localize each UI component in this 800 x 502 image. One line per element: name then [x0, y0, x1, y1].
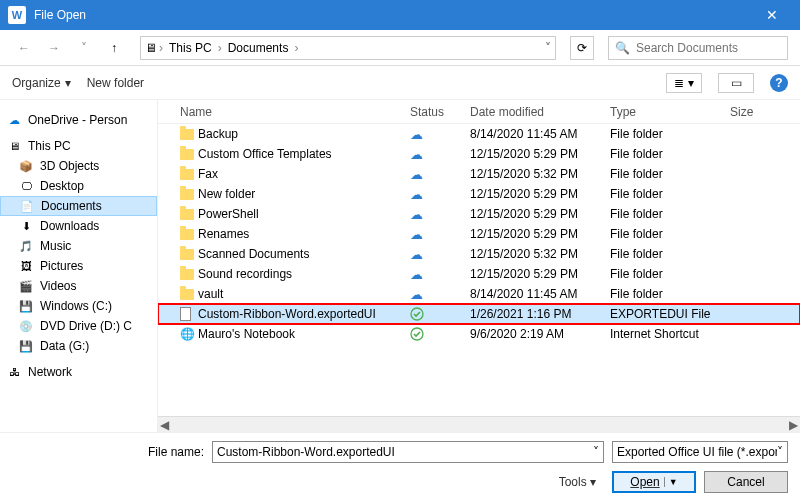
cell-date: 12/15/2020 5:29 PM [470, 207, 610, 221]
forward-button[interactable]: → [42, 36, 66, 60]
filename-field[interactable]: Custom-Ribbon-Word.exportedUI ˅ [212, 441, 604, 463]
sidebar-item-dvd-drive-d-c[interactable]: 💿DVD Drive (D:) C [0, 316, 157, 336]
preview-pane-button[interactable]: ▭ [718, 73, 754, 93]
pc-icon: 🖥 [145, 41, 157, 55]
cell-date: 12/15/2020 5:29 PM [470, 267, 610, 281]
sidebar-item-downloads[interactable]: ⬇Downloads [0, 216, 157, 236]
file-list: Name Status Date modified Type Size Back… [158, 100, 800, 432]
cell-name: PowerShell [198, 207, 410, 221]
cell-name: New folder [198, 187, 410, 201]
sidebar-item-label: This PC [28, 139, 71, 153]
open-label: Open [630, 475, 659, 489]
address-bar[interactable]: 🖥 › This PC › Documents › ˅ [140, 36, 556, 60]
sidebar-item-thispc[interactable]: 🖥 This PC [0, 136, 157, 156]
folder-icon: 📦 [18, 158, 34, 174]
file-row[interactable]: New folder☁12/15/2020 5:29 PMFile folder [158, 184, 800, 204]
chevron-right-icon: › [218, 41, 222, 55]
sidebar-item-onedrive[interactable]: ☁ OneDrive - Person [0, 110, 157, 130]
col-status[interactable]: Status [410, 105, 470, 119]
file-row[interactable]: PowerShell☁12/15/2020 5:29 PMFile folder [158, 204, 800, 224]
cloud-status-icon: ☁ [410, 287, 423, 302]
sidebar-item-windows-c-[interactable]: 💾Windows (C:) [0, 296, 157, 316]
up-button[interactable]: ↑ [102, 36, 126, 60]
newfolder-label: New folder [87, 76, 144, 90]
recent-locations-button[interactable]: ˅ [72, 36, 96, 60]
organize-button[interactable]: Organize ▾ [12, 76, 71, 90]
network-icon: 🖧 [6, 364, 22, 380]
sidebar-item-pictures[interactable]: 🖼Pictures [0, 256, 157, 276]
file-row[interactable]: 🌐Mauro's Notebook9/6/2020 2:19 AMInterne… [158, 324, 800, 344]
folder-icon [180, 129, 194, 140]
cell-name: Fax [198, 167, 410, 181]
cell-date: 12/15/2020 5:29 PM [470, 227, 610, 241]
cell-date: 12/15/2020 5:29 PM [470, 147, 610, 161]
col-date[interactable]: Date modified [470, 105, 610, 119]
file-row[interactable]: Custom-Ribbon-Word.exportedUI1/26/2021 1… [158, 304, 800, 324]
cell-status: ☁ [410, 247, 470, 262]
synced-status-icon [410, 327, 470, 341]
view-options-button[interactable]: ≣ ▾ [666, 73, 702, 93]
sidebar-item-label: Music [40, 239, 71, 253]
window-title: File Open [34, 8, 752, 22]
sidebar-item-label: OneDrive - Person [28, 113, 127, 127]
col-type[interactable]: Type [610, 105, 730, 119]
link-icon: 🌐 [180, 327, 195, 341]
horizontal-scrollbar[interactable]: ◀▶ [158, 416, 800, 432]
cell-type: File folder [610, 247, 730, 261]
close-button[interactable]: ✕ [752, 7, 792, 23]
help-button[interactable]: ? [770, 74, 788, 92]
sidebar-item-videos[interactable]: 🎬Videos [0, 276, 157, 296]
address-dropdown-icon[interactable]: ˅ [545, 41, 551, 55]
cell-status: ☁ [410, 287, 470, 302]
sidebar-item-network[interactable]: 🖧 Network [0, 362, 157, 382]
folder-icon: 🖵 [18, 178, 34, 194]
cloud-status-icon: ☁ [410, 267, 423, 282]
sidebar-item-desktop[interactable]: 🖵Desktop [0, 176, 157, 196]
cell-date: 12/15/2020 5:29 PM [470, 187, 610, 201]
back-button[interactable]: ← [12, 36, 36, 60]
open-button[interactable]: Open ▼ [612, 471, 696, 493]
sidebar-item-3d-objects[interactable]: 📦3D Objects [0, 156, 157, 176]
sidebar-item-label: Network [28, 365, 72, 379]
cloud-status-icon: ☁ [410, 247, 423, 262]
search-input[interactable] [636, 41, 786, 55]
cell-type: File folder [610, 167, 730, 181]
file-row[interactable]: Sound recordings☁12/15/2020 5:29 PMFile … [158, 264, 800, 284]
tools-button[interactable]: Tools ▾ [559, 475, 596, 489]
filetype-filter[interactable]: Exported Office UI file (*.export ˅ [612, 441, 788, 463]
folder-icon [180, 249, 194, 260]
sidebar-item-music[interactable]: 🎵Music [0, 236, 157, 256]
file-row[interactable]: Custom Office Templates☁12/15/2020 5:29 … [158, 144, 800, 164]
open-split-icon[interactable]: ▼ [664, 477, 678, 487]
cell-name: Renames [198, 227, 410, 241]
file-row[interactable]: Backup☁8/14/2020 11:45 AMFile folder [158, 124, 800, 144]
file-row[interactable]: Renames☁12/15/2020 5:29 PMFile folder [158, 224, 800, 244]
folder-icon: 🎵 [18, 238, 34, 254]
cell-name: Custom-Ribbon-Word.exportedUI [198, 307, 410, 321]
cell-status [410, 327, 470, 341]
sidebar-item-label: DVD Drive (D:) C [40, 319, 132, 333]
breadcrumb-folder[interactable]: Documents [224, 41, 293, 55]
cancel-button[interactable]: Cancel [704, 471, 788, 493]
new-folder-button[interactable]: New folder [87, 76, 144, 90]
tools-label: Tools [559, 475, 587, 489]
sidebar-item-data-g-[interactable]: 💾Data (G:) [0, 336, 157, 356]
file-row[interactable]: Fax☁12/15/2020 5:32 PMFile folder [158, 164, 800, 184]
folder-icon [180, 229, 194, 240]
chevron-down-icon: ▾ [65, 76, 71, 90]
cell-type: Internet Shortcut [610, 327, 730, 341]
cell-status: ☁ [410, 267, 470, 282]
file-row[interactable]: Scanned Documents☁12/15/2020 5:32 PMFile… [158, 244, 800, 264]
col-size[interactable]: Size [730, 105, 770, 119]
column-headers[interactable]: Name Status Date modified Type Size [158, 100, 800, 124]
synced-status-icon [410, 307, 470, 321]
sidebar-item-documents[interactable]: 📄Documents [0, 196, 157, 216]
col-name[interactable]: Name [180, 105, 410, 119]
search-box[interactable]: 🔍 [608, 36, 788, 60]
file-row[interactable]: vault☁8/14/2020 11:45 AMFile folder [158, 284, 800, 304]
refresh-button[interactable]: ⟳ [570, 36, 594, 60]
cell-name: Custom Office Templates [198, 147, 410, 161]
breadcrumb-root[interactable]: This PC [165, 41, 216, 55]
folder-icon [180, 149, 194, 160]
titlebar: W File Open ✕ [0, 0, 800, 30]
